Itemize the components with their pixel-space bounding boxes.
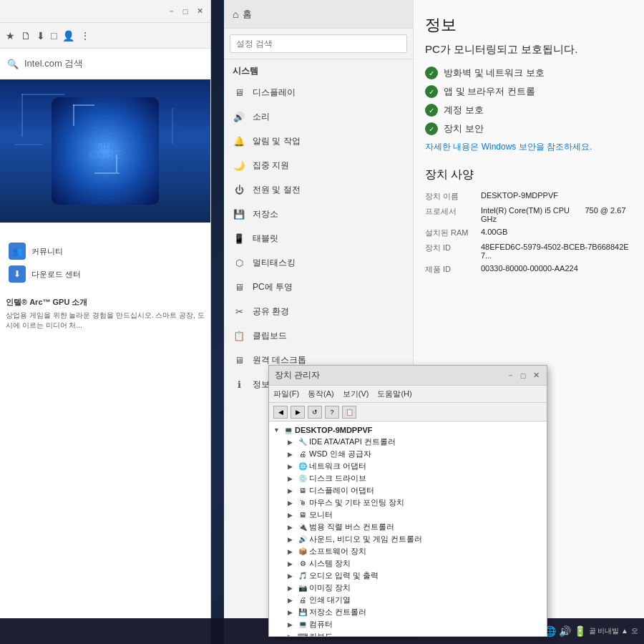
speaker-icon[interactable]: 🔊 — [559, 625, 571, 637]
intel-search-bar[interactable]: 🔍 Intel.com 검색 — [0, 49, 210, 79]
minimize-button[interactable]: － — [166, 6, 176, 16]
download-icon[interactable]: ⬇ — [36, 30, 45, 42]
settings-power[interactable]: ⏻ 전원 및 절전 — [224, 177, 413, 202]
display-icon: 🖥 — [233, 86, 245, 99]
settings-clipboard[interactable]: 📋 클립보드 — [224, 323, 413, 348]
tab-icon[interactable]: 🗋 — [21, 30, 31, 42]
user-icon[interactable]: 👤 — [62, 30, 74, 42]
maximize-button[interactable]: □ — [180, 6, 190, 16]
settings-focus[interactable]: 🌙 집중 지원 — [224, 153, 413, 177]
dm-title: 장치 관리자 — [275, 369, 502, 381]
dm-tool-back[interactable]: ◀ — [273, 406, 288, 419]
dm-ide-icon: 🔧 — [298, 437, 308, 447]
dm-expand-disk: ▶ — [288, 475, 296, 482]
community-item[interactable]: 👥 커뮤니티 — [6, 240, 205, 263]
dm-item-computer[interactable]: ▶ 💻 컴퓨터 — [273, 618, 542, 630]
taskbar-system-tray: 🌐 🔊 🔋 골 비내빌 ▲ 오 — [544, 625, 638, 637]
battery-icon[interactable]: 🔋 — [574, 625, 586, 637]
info-title: 정보 — [425, 14, 633, 36]
device-specs-title: 장치 사양 — [425, 167, 633, 182]
tablet-label: 태블릿 — [253, 233, 278, 245]
dm-print-queue-label: 인쇄 대기열 — [309, 595, 351, 605]
dm-close-btn[interactable]: ✕ — [531, 371, 541, 381]
download-label: 다운로드 센터 — [31, 269, 81, 280]
dm-item-net[interactable]: ▶ 🌐 네트워크 어댑터 — [273, 460, 542, 472]
dm-computer-icon: 💻 — [283, 425, 293, 435]
clipboard-icon: 📋 — [233, 329, 245, 342]
spec-label-deviceid: 장치 ID — [425, 243, 475, 260]
desktop: － □ ✕ ★ 🗋 ⬇ □ 👤 ⋮ 🔍 Intel.com 검색 — [0, 0, 644, 644]
dm-ide-label: IDE ATA/ATAPI 컨트롤러 — [309, 436, 396, 447]
dm-disk-icon: 💿 — [298, 474, 308, 484]
settings-project[interactable]: 🖥 PC에 투영 — [224, 275, 413, 299]
dm-item-display[interactable]: ▶ 🖥 디스플레이 어댑터 — [273, 484, 542, 497]
dm-item-disk[interactable]: ▶ 💿 디스크 드라이브 — [273, 472, 542, 484]
spec-label-processor: 프로세서 — [425, 206, 475, 223]
dm-menu-action[interactable]: 동작(A) — [308, 389, 334, 399]
dm-expand-audio: ▶ — [288, 572, 296, 580]
dm-expand-usb: ▶ — [288, 524, 296, 531]
dm-item-ide[interactable]: ▶ 🔧 IDE ATA/ATAPI 컨트롤러 — [273, 436, 542, 448]
check-firewall: ✓ — [425, 67, 438, 79]
storage-icon: 💾 — [233, 208, 245, 220]
dm-item-imaging[interactable]: ▶ 📷 이미징 장치 — [273, 582, 542, 594]
dm-item-storage[interactable]: ▶ 💾 저장소 컨트롤러 — [273, 606, 542, 618]
settings-notifications[interactable]: 🔔 알림 및 작업 — [224, 129, 413, 153]
settings-share[interactable]: ✂ 공유 환경 — [224, 299, 413, 323]
clipboard-label: 클립보드 — [253, 330, 287, 342]
dm-item-system[interactable]: ▶ ⚙ 시스템 장치 — [273, 557, 542, 570]
more-icon[interactable]: ⋮ — [80, 30, 90, 42]
dm-tool-props[interactable]: 📋 — [342, 406, 356, 419]
tablet-icon: 📱 — [233, 232, 245, 245]
dm-tool-refresh[interactable]: ↺ — [308, 406, 322, 419]
dm-expand-storage: ▶ — [288, 609, 296, 616]
dm-keyboard-label: 키보드 — [309, 631, 333, 636]
dm-item-audio[interactable]: ▶ 🎵 오디오 입력 및 출력 — [273, 570, 542, 582]
dm-item-print-queue[interactable]: ▶ 🖨 인쇄 대기열 — [273, 594, 542, 606]
close-button[interactable]: ✕ — [195, 6, 205, 16]
settings-sound[interactable]: 🔊 소리 — [224, 104, 413, 129]
dm-expand-print-queue: ▶ — [288, 597, 296, 604]
security-link[interactable]: 자세한 내용은 Windows 보안을 참조하세요. — [425, 141, 633, 153]
spec-product-id: 제품 ID 00330-80000-00000-AA224 — [425, 264, 633, 275]
taskbar-time: 오 — [631, 626, 638, 636]
download-item[interactable]: ⬇ 다운로드 센터 — [6, 263, 205, 286]
dm-audio-icon: 🎵 — [298, 571, 308, 581]
dm-root-node[interactable]: ▼ 💻 DESKTOP-9MDPPVF — [273, 424, 542, 436]
community-section: 👥 커뮤니티 ⬇ 다운로드 센터 — [0, 234, 210, 291]
dm-tool-forward[interactable]: ▶ — [291, 406, 305, 419]
about-label: 정보 — [253, 379, 270, 391]
settings-search-container — [224, 29, 413, 59]
dm-item-monitor[interactable]: ▶ 🖥 모니터 — [273, 509, 542, 521]
settings-search-input[interactable] — [230, 34, 407, 53]
settings-multitasking[interactable]: ⬡ 멀티태스킹 — [224, 250, 413, 275]
dm-item-keyboard[interactable]: ▶ ⌨ 키보드 — [273, 630, 542, 636]
community-icon: 👥 — [9, 243, 26, 260]
dm-net-label: 네트워크 어댑터 — [309, 461, 366, 472]
dm-item-software[interactable]: ▶ 📦 소프트웨어 장치 — [273, 545, 542, 557]
dm-tool-help[interactable]: ? — [325, 406, 339, 419]
share-label: 공유 환경 — [253, 306, 289, 318]
check-device: ✓ — [425, 122, 438, 135]
dm-item-usb[interactable]: ▶ 🔌 범용 직렬 버스 컨트롤러 — [273, 521, 542, 533]
dm-menu-help[interactable]: 도움말(H) — [377, 389, 411, 399]
spec-value-deviceid: 48EFED6C-5979-4502-BCEB-7B668842E7... — [481, 243, 633, 260]
dm-minimize-btn[interactable]: － — [505, 371, 515, 381]
settings-section-title: 시스템 — [224, 59, 413, 80]
star-icon[interactable]: ★ — [6, 30, 15, 42]
dm-maximize-btn[interactable]: □ — [518, 371, 528, 381]
settings-storage[interactable]: 💾 저장소 — [224, 202, 413, 226]
dm-item-sound[interactable]: ▶ 🔊 사운드, 비디오 및 게임 컨트롤러 — [273, 533, 542, 545]
settings-display[interactable]: 🖥 디스플레이 — [224, 80, 413, 104]
home-icon: ⌂ — [233, 9, 238, 20]
dm-menu-file[interactable]: 파일(F) — [273, 389, 299, 399]
security-device: ✓ 장치 보안 — [425, 122, 633, 135]
settings-tablet[interactable]: 📱 태블릿 — [224, 226, 413, 250]
window-icon[interactable]: □ — [51, 30, 57, 42]
dm-display-label: 디스플레이 어댑터 — [309, 485, 374, 496]
dm-print-queue-icon: 🖨 — [298, 595, 308, 605]
dm-item-mouse[interactable]: ▶ 🖱 마우스 및 기타 포인팅 장치 — [273, 497, 542, 509]
dm-item-wsd[interactable]: ▶ 🖨 WSD 인쇄 공급자 — [273, 448, 542, 460]
dm-menu-view[interactable]: 보기(V) — [343, 389, 369, 399]
security-app: ✓ 앱 및 브라우저 컨트롤 — [425, 85, 633, 98]
